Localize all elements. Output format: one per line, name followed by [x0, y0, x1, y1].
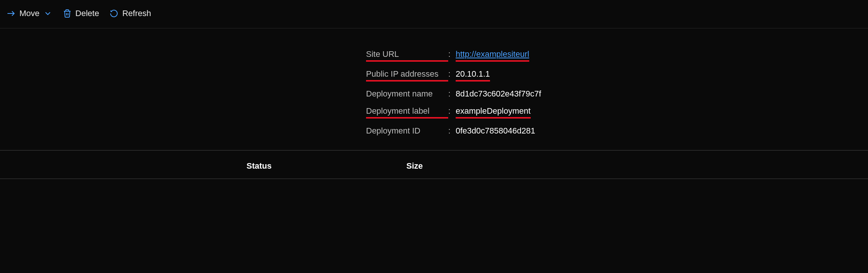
value-deployment-label: exampleDeployment	[456, 106, 531, 119]
label-public-ip: Public IP addresses	[366, 69, 448, 82]
colon: :	[448, 89, 456, 99]
delete-label: Delete	[75, 9, 99, 18]
value-public-ip: 20.10.1.1	[456, 69, 490, 82]
refresh-button[interactable]: Refresh	[109, 9, 151, 18]
colon: :	[448, 106, 456, 116]
colon: :	[448, 49, 456, 59]
refresh-icon	[109, 9, 118, 18]
row-public-ip: Public IP addresses : 20.10.1.1	[366, 69, 868, 82]
move-label: Move	[19, 9, 40, 18]
row-deployment-id: Deployment ID : 0fe3d0c7858046d281	[366, 126, 868, 136]
column-header-size[interactable]: Size	[406, 161, 423, 171]
left-pane	[0, 28, 366, 143]
label-site-url: Site URL	[366, 49, 448, 62]
table-header-row: Status Size	[0, 150, 868, 179]
value-site-url[interactable]: http://examplesiteurl	[456, 49, 529, 62]
column-header-status[interactable]: Status	[247, 161, 396, 171]
details-pane: Site URL : http://examplesiteurl Public …	[366, 28, 868, 143]
colon: :	[448, 126, 456, 136]
colon: :	[448, 69, 456, 79]
arrow-right-icon	[7, 9, 16, 18]
refresh-label: Refresh	[122, 9, 151, 18]
row-site-url: Site URL : http://examplesiteurl	[366, 49, 868, 62]
row-deployment-name: Deployment name : 8d1dc73c602e43f79c7f	[366, 89, 868, 99]
row-deployment-label: Deployment label : exampleDeployment	[366, 106, 868, 119]
chevron-down-icon	[43, 9, 52, 18]
value-deployment-id: 0fe3d0c7858046d281	[456, 126, 535, 136]
delete-button[interactable]: Delete	[63, 9, 99, 18]
content-area: Site URL : http://examplesiteurl Public …	[0, 28, 868, 143]
trash-icon	[63, 9, 72, 18]
label-deployment-name: Deployment name	[366, 89, 448, 99]
move-button[interactable]: Move	[7, 9, 52, 18]
value-deployment-name: 8d1dc73c602e43f79c7f	[456, 89, 541, 99]
toolbar: Move Delete Refresh	[0, 0, 868, 28]
label-deployment-id: Deployment ID	[366, 126, 448, 136]
label-deployment-label: Deployment label	[366, 106, 448, 119]
